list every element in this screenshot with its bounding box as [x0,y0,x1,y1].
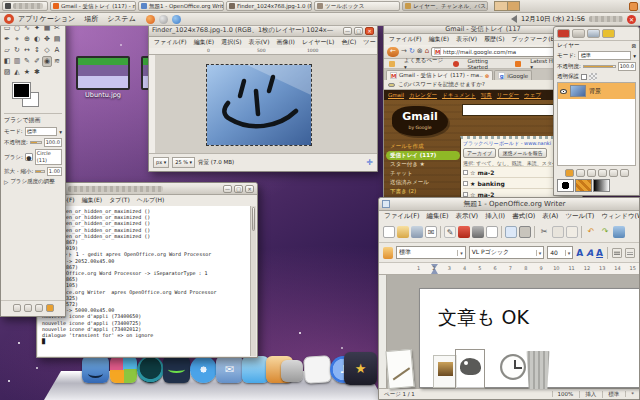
panel-menu[interactable]: システム [107,14,136,24]
menu-item[interactable]: レイヤー(L) [302,38,334,47]
layer-row-background[interactable]: 背景 [558,83,635,99]
gmail-header-link[interactable]: ドキュメント [442,92,476,99]
gmail-sidebar-item[interactable]: チャット [386,169,460,178]
copy-button[interactable] [552,226,564,238]
gmail-sidebar-item[interactable]: 下書き (2) [386,187,460,196]
gimp-tool-button[interactable]: ↻ [12,45,22,56]
scale-value[interactable]: 1.00 [47,167,62,176]
gimp-tool-button[interactable]: ✱ [32,67,42,78]
dashboard-icon[interactable] [110,356,137,383]
back-icon[interactable]: ← [387,47,399,57]
align-center-button[interactable] [625,248,635,258]
bold-button[interactable]: A [576,248,583,258]
preview-icon[interactable] [303,355,332,384]
menu-item[interactable]: ツール(T) [565,212,594,221]
menu-item[interactable]: 選択(S) [221,38,242,47]
lower-layer-button[interactable] [587,169,596,177]
menu-item[interactable]: 表(A) [542,212,558,221]
scrollbar-thumb[interactable] [252,207,255,231]
home-icon[interactable]: ⌂ [425,47,429,56]
menu-item[interactable]: 色(C) [341,38,356,47]
save-options-button[interactable] [13,304,21,312]
new-layer-button[interactable] [565,169,574,177]
delete-options-button[interactable] [35,304,43,312]
restore-options-button[interactable] [24,304,32,312]
cut-button[interactable]: ✂ [538,226,550,238]
image-canvas[interactable] [149,55,377,153]
opacity-value[interactable]: 100.0 [618,62,636,71]
gmail-header-link[interactable]: リーダー [497,92,519,99]
writer-ruler[interactable]: 123456789101112131415 [379,263,639,275]
row-checkbox[interactable] [463,181,468,186]
clock[interactable]: 12月10日 (水) 21:56 [521,15,585,24]
brush-preview-icon[interactable]: ● [25,153,33,161]
font-size-combo[interactable]: 40▾ [547,246,573,259]
time-machine-icon[interactable] [137,356,164,383]
menu-item[interactable]: 挿入(I) [485,212,505,221]
activity-monitor-icon[interactable] [163,356,190,383]
gimp-tool-button[interactable]: ▨ [2,67,12,78]
opacity-slider[interactable] [583,65,616,68]
italic-button[interactable]: A [586,248,593,258]
image-capture-icon[interactable] [281,360,303,382]
forward-icon[interactable]: → [401,47,407,56]
app-launcher-icon[interactable] [159,15,168,24]
minimize-button[interactable]: — [343,27,352,35]
underline-button[interactable]: A [596,248,603,258]
taskbar-item[interactable]: レイヤー、チャンネル、パス、— [402,1,488,11]
help-launcher-icon[interactable] [172,15,181,24]
redo-button[interactable]: ↷ [599,226,611,238]
mode-select[interactable]: 標準 [578,51,632,60]
panel-menu[interactable]: 場所 [84,14,98,24]
export-pdf-button[interactable] [458,226,470,238]
zoom-indicator[interactable]: 100% [552,391,574,397]
tab-close-icon[interactable]: ⊗ [485,73,490,79]
gmail-header-link[interactable]: 写真 [481,92,492,99]
gimp-tool-button[interactable]: ▥ [12,56,22,67]
gimp-tool-button[interactable]: ▱ [2,45,12,56]
lock-alpha-checkbox[interactable] [581,74,587,80]
terminal-scrollbar[interactable] [250,206,256,356]
pattern-swatch[interactable] [575,179,592,192]
clock-dock-icon[interactable] [500,354,526,380]
brush-select[interactable]: Circle (11) [35,149,62,165]
font-name-combo[interactable]: VL Pゴシック▾ [469,246,545,259]
taskbar-item[interactable]: ツールボックス [314,1,400,11]
close-button[interactable]: ✕ [245,185,254,193]
maximize-button[interactable]: □ [234,185,243,193]
gimp-tool-button[interactable]: ★ [22,67,32,78]
spellcheck-button[interactable] [505,226,517,238]
menu-item[interactable]: タブ(T) [109,196,130,205]
close-icon[interactable]: ⊠ [631,43,636,49]
close-button[interactable]: ✕ [365,27,374,35]
taskbar-item[interactable]: 無題1 - OpenOffice.org Writer [138,1,224,11]
menu-item[interactable]: 編集(E) [429,35,449,44]
print-button[interactable] [472,226,484,238]
trash-dock-icon[interactable] [525,351,551,389]
archive-button[interactable]: アーカイブ [463,148,496,158]
navigation-icon[interactable]: ✛ [366,158,373,167]
gimp-tool-button[interactable]: ✒ [2,34,12,45]
gimp-tool-button[interactable]: ⊕ [22,34,32,45]
trash-applet-icon[interactable] [629,2,638,11]
selection-mode-indicator[interactable]: 標準 [602,391,619,398]
finder-icon[interactable] [82,356,109,383]
bookmark-item[interactable]: Getting Started [468,58,508,70]
menu-item[interactable]: 書式(O) [512,212,535,221]
insert-mode-indicator[interactable]: 挿入 [579,391,596,398]
workspace-switcher[interactable] [494,1,520,11]
mode-select[interactable]: 標準 [25,127,58,136]
menu-item[interactable]: 表示(V) [249,38,270,47]
raise-layer-button[interactable] [576,169,585,177]
gimp-tool-button[interactable]: ◉ [42,56,52,67]
menu-item[interactable]: 編集(E) [426,212,448,221]
minimize-button[interactable]: — [223,185,232,193]
menu-item[interactable]: ウィンドウ(W) [601,212,640,221]
menu-item[interactable]: 履歴(S) [484,35,505,44]
gimp-tool-button[interactable]: ↕ [32,45,42,56]
table-button[interactable] [613,226,625,238]
delete-layer-button[interactable] [620,169,629,177]
gmail-sidebar-item[interactable]: 受信トレイ (117) [386,151,460,160]
reset-options-button[interactable] [46,304,54,312]
menu-item[interactable]: ブックマーク(B) [511,35,557,44]
